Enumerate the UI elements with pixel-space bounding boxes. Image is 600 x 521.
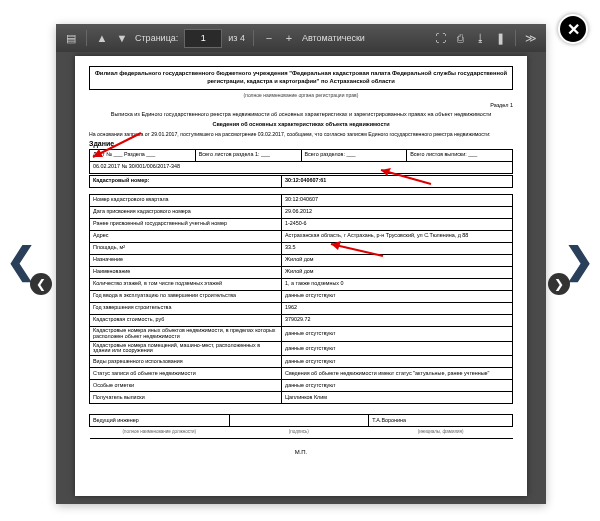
zoom-in-icon[interactable]: + bbox=[282, 31, 296, 45]
property-value: Цаплинков Клим bbox=[282, 392, 513, 404]
property-label: Кадастровые номера иных объектов недвижи… bbox=[90, 326, 282, 341]
signature-table: Ведущий инженер Т.А.Воронина (полное наи… bbox=[89, 414, 513, 439]
request-line: На основании запроса от 29.01.2017, пост… bbox=[89, 131, 513, 138]
page-label: Страница: bbox=[135, 33, 178, 43]
pdf-viewer: ▤ ▲ ▼ Страница: из 4 − + Автоматически ⛶… bbox=[56, 24, 546, 504]
property-label: Год ввода в эксплуатацию по завершении с… bbox=[90, 290, 282, 302]
property-value: 30:12:040607 bbox=[282, 194, 513, 206]
property-label: Площадь, м² bbox=[90, 242, 282, 254]
org-header: Филиал федерального государственного бюд… bbox=[89, 66, 513, 90]
meta-sheets-total: Всего листов выписки: ___ bbox=[407, 149, 513, 161]
cadastral-label: Кадастровый номер: bbox=[90, 175, 282, 187]
property-label: Год завершения строительства bbox=[90, 302, 282, 314]
property-label: Назначение bbox=[90, 254, 282, 266]
property-value: Жилой дом bbox=[282, 266, 513, 278]
presentation-icon[interactable]: ⛶ bbox=[433, 31, 447, 45]
meta-sheets-section: Всего листов раздела 1: ___ bbox=[195, 149, 301, 161]
signer-name: Т.А.Воронина bbox=[369, 415, 513, 427]
property-value: 1-2450-6 bbox=[282, 218, 513, 230]
cadastral-table: Кадастровый номер: 30:12:040607:61 bbox=[89, 175, 513, 188]
property-value: 29.06.2012 bbox=[282, 206, 513, 218]
property-label: Виды разрешенного использования bbox=[90, 356, 282, 368]
stamp-mark: М.П. bbox=[89, 449, 513, 455]
meta-table: Лист № ___ Раздела ___ Всего листов разд… bbox=[89, 149, 513, 174]
zoom-out-icon[interactable]: − bbox=[262, 31, 276, 45]
property-label: Получатель выписки bbox=[90, 392, 282, 404]
property-value: Сведения об объекте недвижимости имеют с… bbox=[282, 368, 513, 380]
signer-role: Ведущий инженер bbox=[90, 415, 230, 427]
property-value: 33.5 bbox=[282, 242, 513, 254]
property-label: Особые отметки bbox=[90, 380, 282, 392]
property-value: данные отсутствуют bbox=[282, 290, 513, 302]
page-total: из 4 bbox=[228, 33, 245, 43]
page-down-icon[interactable]: ▼ bbox=[115, 31, 129, 45]
property-label: Адрес bbox=[90, 230, 282, 242]
gallery-prev-dot[interactable]: ❮ bbox=[30, 273, 52, 295]
property-value: Жилой дом bbox=[282, 254, 513, 266]
property-value: данные отсутствуют bbox=[282, 326, 513, 341]
print-icon[interactable]: ⎙ bbox=[453, 31, 467, 45]
meta-sections: Всего разделов: ___ bbox=[301, 149, 407, 161]
property-label: Номер кадастрового квартала bbox=[90, 194, 282, 206]
org-subheader: (полное наименование органа регистрации … bbox=[89, 92, 513, 98]
gallery-next-dot[interactable]: ❯ bbox=[548, 273, 570, 295]
property-value: данные отсутствуют bbox=[282, 341, 513, 356]
page-number-input[interactable] bbox=[184, 29, 222, 48]
properties-table: Номер кадастрового квартала30:12:040607Д… bbox=[89, 194, 513, 405]
property-value: Астраханская область, г Астрахань, р-н Т… bbox=[282, 230, 513, 242]
meta-date-no: 06.02.2017 № 30/001/006/2017-348 bbox=[90, 161, 513, 173]
property-label: Количество этажей, в том числе подземных… bbox=[90, 278, 282, 290]
pdf-toolbar: ▤ ▲ ▼ Страница: из 4 − + Автоматически ⛶… bbox=[56, 24, 546, 52]
object-type: Здание bbox=[89, 140, 513, 147]
document-page: Филиал федерального государственного бюд… bbox=[75, 56, 527, 496]
zoom-mode[interactable]: Автоматически bbox=[302, 33, 365, 43]
download-icon[interactable]: ⭳ bbox=[473, 31, 487, 45]
doc-title-2: Сведения об основных характеристиках объ… bbox=[89, 121, 513, 128]
property-label: Кадастровая стоимость, руб bbox=[90, 314, 282, 326]
section-number: Раздел 1 bbox=[89, 102, 513, 108]
property-label: Наименование bbox=[90, 266, 282, 278]
meta-sheet: Лист № ___ Раздела ___ bbox=[90, 149, 196, 161]
property-value: 1, а также подземных 0 bbox=[282, 278, 513, 290]
bookmark-icon[interactable]: ❚ bbox=[493, 31, 507, 45]
cadastral-value: 30:12:040607:61 bbox=[282, 175, 513, 187]
property-value: данные отсутствуют bbox=[282, 356, 513, 368]
tools-icon[interactable]: ≫ bbox=[524, 31, 538, 45]
page-up-icon[interactable]: ▲ bbox=[95, 31, 109, 45]
property-value: 1962 bbox=[282, 302, 513, 314]
close-button[interactable]: ✕ bbox=[558, 14, 588, 44]
sidebar-toggle-icon[interactable]: ▤ bbox=[64, 31, 78, 45]
property-label: Статус записи об объекте недвижимости bbox=[90, 368, 282, 380]
property-value: данные отсутствуют bbox=[282, 380, 513, 392]
doc-title-1: Выписка из Единого государственного реес… bbox=[89, 111, 513, 118]
property-value: 379029.72 bbox=[282, 314, 513, 326]
property-label: Дата присвоения кадастрового номера bbox=[90, 206, 282, 218]
property-label: Кадастровые номера помещений, машино-мес… bbox=[90, 341, 282, 356]
property-label: Ранее присвоенный государственный учетны… bbox=[90, 218, 282, 230]
